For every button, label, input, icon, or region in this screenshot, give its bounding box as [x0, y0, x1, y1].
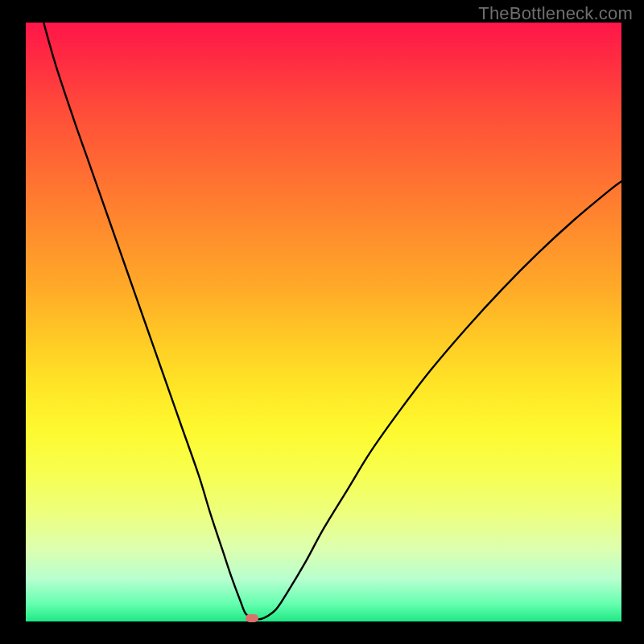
watermark-text: TheBottleneck.com	[478, 3, 633, 24]
chart-frame: TheBottleneck.com	[0, 0, 644, 644]
bottleneck-curve	[26, 23, 621, 621]
min-point-marker	[246, 614, 258, 622]
plot-area	[26, 23, 621, 621]
